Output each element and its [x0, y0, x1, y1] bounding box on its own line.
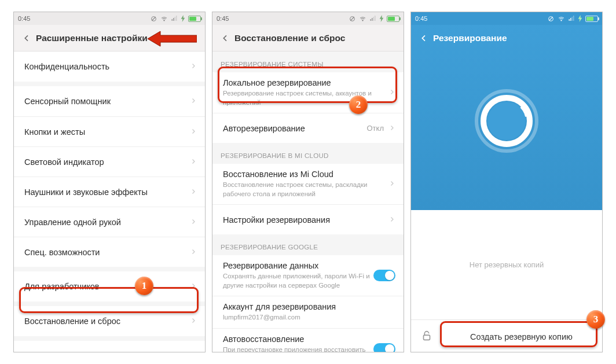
svg-rect-5 — [176, 16, 177, 21]
auto-backup-value: Откл — [367, 124, 384, 133]
chevron-left-icon — [419, 34, 428, 43]
status-icons — [349, 15, 399, 23]
settings-list: Конфиденциальность — [14, 52, 205, 82]
row-mi-mover[interactable]: Mi Mover — [14, 341, 205, 352]
chevron-right-icon — [190, 281, 197, 292]
phone-screen-1: 0:45 Расширенные настройки Конфиденциаль… — [13, 12, 206, 352]
row-accessibility[interactable]: Спец. возможности — [14, 237, 205, 267]
chevron-right-icon — [190, 217, 197, 227]
phone-screen-2: 0:45 Восстановление и сброс РЕЗЕРВИРОВАН… — [212, 12, 404, 352]
row-local-backup[interactable]: Локальное резервированиеРезервирование н… — [212, 72, 404, 113]
chevron-right-icon — [190, 127, 197, 137]
wifi-icon — [160, 15, 168, 23]
svg-rect-21 — [424, 335, 430, 340]
page-title: Восстановление и сброс — [234, 33, 345, 43]
status-bar: 0:45 — [212, 12, 404, 25]
row-buttons-gestures[interactable]: Кнопки и жесты — [14, 116, 205, 146]
chevron-left-icon — [221, 34, 230, 43]
row-audio[interactable]: Наушники и звуковые эффекты — [14, 177, 205, 207]
section-google-backup: РЕЗЕРВИРОВАНИЕ GOOGLE — [212, 234, 404, 255]
svg-point-7 — [362, 20, 363, 20]
svg-rect-8 — [371, 19, 372, 21]
chevron-right-icon — [190, 316, 197, 326]
svg-rect-16 — [572, 17, 573, 21]
signal-icon — [568, 15, 575, 22]
row-google-autorestore[interactable]: АвтовосстановлениеПри переустановке прил… — [212, 328, 404, 352]
row-developer[interactable]: Для разработчиков — [14, 271, 205, 302]
svg-rect-3 — [173, 18, 174, 21]
status-time: 0:45 — [217, 15, 229, 22]
chevron-right-icon — [388, 215, 395, 225]
row-google-account[interactable]: Аккаунт для резервированияlumpfirm2017@g… — [212, 296, 404, 328]
chevron-right-icon — [388, 87, 395, 98]
row-touch-assistant[interactable]: Сенсорный помощник — [14, 86, 205, 116]
status-time: 0:45 — [18, 15, 30, 22]
row-backup-reset[interactable]: Восстановление и сброс — [14, 306, 205, 336]
row-onehand[interactable]: Управление одной рукой — [14, 207, 205, 237]
status-time: 0:45 — [415, 15, 427, 22]
battery-icon — [188, 16, 201, 22]
chevron-right-icon — [388, 123, 395, 134]
svg-rect-4 — [175, 17, 176, 21]
section-mi-cloud: РЕЗЕРВИРОВАНИЕ В MI CLOUD — [212, 143, 404, 164]
battery-icon — [387, 16, 399, 22]
battery-icon — [585, 16, 598, 22]
svg-point-1 — [164, 20, 164, 20]
status-bar: 0:45 — [14, 12, 205, 25]
svg-rect-10 — [373, 17, 375, 21]
svg-rect-15 — [570, 18, 571, 21]
chevron-right-icon — [190, 187, 197, 197]
status-bar: 0:45 — [411, 12, 602, 25]
row-mi-cloud-restore[interactable]: Восстановление из Mi CloudВосстановление… — [212, 164, 404, 204]
section-system-backup: РЕЗЕРВИРОВАНИЕ СИСТЕМЫ — [212, 52, 404, 72]
svg-rect-11 — [375, 16, 376, 21]
chevron-right-icon — [190, 157, 197, 167]
empty-state-text: Нет резервных копий — [411, 210, 602, 319]
page-title: Расширенные настройки — [36, 33, 148, 43]
svg-rect-2 — [172, 19, 173, 21]
toggle-autorestore[interactable] — [373, 343, 395, 352]
back-button[interactable] — [416, 30, 432, 46]
back-button[interactable] — [19, 30, 35, 46]
bottom-bar: Создать резервную копию — [411, 319, 602, 352]
chevron-left-icon — [22, 34, 31, 43]
backup-hero-icon — [411, 52, 602, 190]
title-bar: Восстановление и сброс — [212, 25, 404, 52]
wifi-icon — [359, 15, 366, 23]
unlock-icon[interactable] — [420, 329, 433, 344]
svg-point-20 — [487, 102, 526, 140]
row-google-data-backup[interactable]: Резервирование данныхСохранять данные пр… — [212, 255, 404, 296]
dnd-icon — [150, 15, 157, 23]
hero-panel: Резервирование — [411, 25, 602, 210]
signal-icon — [171, 15, 178, 22]
status-icons — [547, 15, 598, 23]
row-led[interactable]: Световой индикатор — [14, 146, 205, 177]
backup-refresh-icon — [472, 86, 541, 156]
chevron-right-icon — [190, 351, 197, 352]
svg-rect-9 — [372, 18, 373, 21]
row-auto-backup[interactable]: Авторезервирование Откл — [212, 113, 404, 143]
charge-icon — [578, 15, 582, 22]
toggle-google-backup[interactable] — [373, 270, 395, 281]
wifi-icon — [558, 15, 565, 23]
svg-rect-17 — [573, 16, 574, 21]
chevron-right-icon — [388, 179, 395, 189]
divider — [441, 328, 442, 345]
title-bar: Резервирование — [411, 25, 602, 52]
dnd-icon — [349, 15, 356, 23]
svg-rect-14 — [569, 19, 570, 21]
charge-icon — [379, 15, 384, 22]
dnd-icon — [547, 15, 555, 23]
charge-icon — [181, 15, 185, 22]
chevron-right-icon — [190, 61, 197, 72]
chevron-right-icon — [190, 247, 197, 258]
status-icons — [150, 15, 201, 23]
row-privacy[interactable]: Конфиденциальность — [14, 52, 205, 82]
back-button[interactable] — [217, 30, 233, 46]
title-bar: Расширенные настройки — [14, 25, 205, 52]
row-mi-cloud-settings[interactable]: Настройки резервирования — [212, 204, 404, 234]
chevron-right-icon — [190, 96, 197, 106]
phone-screen-3: 0:45 Резервирование — [410, 12, 603, 352]
signal-icon — [369, 15, 376, 22]
create-backup-button[interactable]: Создать резервную копию — [450, 332, 593, 341]
